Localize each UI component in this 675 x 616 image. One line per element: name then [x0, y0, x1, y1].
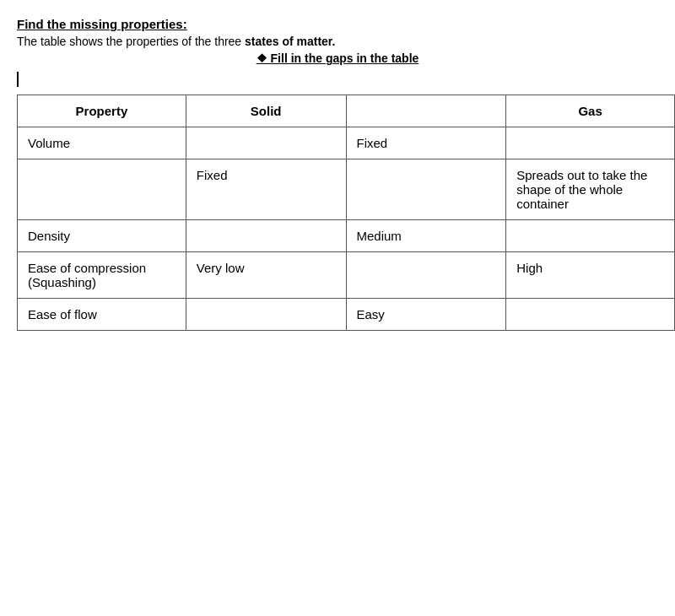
cursor-indicator: [17, 72, 658, 93]
cell-shape-gas: Spreads out to take the shape of the who…: [506, 159, 675, 220]
fill-in-instruction: ❖ Fill in the gaps in the table: [17, 51, 658, 65]
header-gas: Gas: [506, 95, 675, 127]
cell-shape-property: [18, 159, 186, 220]
cell-volume-property: Volume: [18, 127, 186, 159]
table-header-row: Property Solid Gas: [18, 95, 675, 127]
table-row: Ease of flow Easy: [18, 299, 675, 331]
cell-flow-liquid: Easy: [346, 299, 506, 331]
table-row: Density Medium: [18, 220, 675, 252]
cell-compression-solid: Very low: [186, 252, 346, 299]
cell-density-liquid: Medium: [346, 220, 506, 252]
subtitle-bold: states of matter.: [245, 35, 335, 48]
cell-flow-solid: [186, 299, 346, 331]
subtitle: The table shows the properties of the th…: [17, 35, 658, 48]
table-row: Fixed Spreads out to take the shape of t…: [18, 159, 675, 220]
table-row: Volume Fixed: [18, 127, 675, 159]
properties-table: Property Solid Gas Volume Fixed Fixed Sp…: [17, 95, 675, 331]
header-solid: Solid: [186, 95, 346, 127]
cell-shape-liquid: [346, 159, 506, 220]
cell-shape-solid: Fixed: [186, 159, 346, 220]
instructions-block: Find the missing properties: The table s…: [17, 17, 658, 65]
cell-density-property: Density: [18, 220, 186, 252]
main-title: Find the missing properties:: [17, 17, 658, 31]
cell-density-gas: [506, 220, 675, 252]
header-liquid: [346, 95, 506, 127]
cell-compression-property: Ease of compression (Squashing): [18, 252, 186, 299]
cell-volume-liquid: Fixed: [346, 127, 506, 159]
cell-compression-liquid: [346, 252, 506, 299]
cell-volume-solid: [186, 127, 346, 159]
cell-compression-gas: High: [506, 252, 675, 299]
table-row: Ease of compression (Squashing) Very low…: [18, 252, 675, 299]
cell-density-solid: [186, 220, 346, 252]
subtitle-text-start: The table shows the properties of the th…: [17, 35, 245, 48]
cell-volume-gas: [506, 127, 675, 159]
header-property: Property: [18, 95, 186, 127]
cell-flow-property: Ease of flow: [18, 299, 186, 331]
cell-flow-gas: [506, 299, 675, 331]
